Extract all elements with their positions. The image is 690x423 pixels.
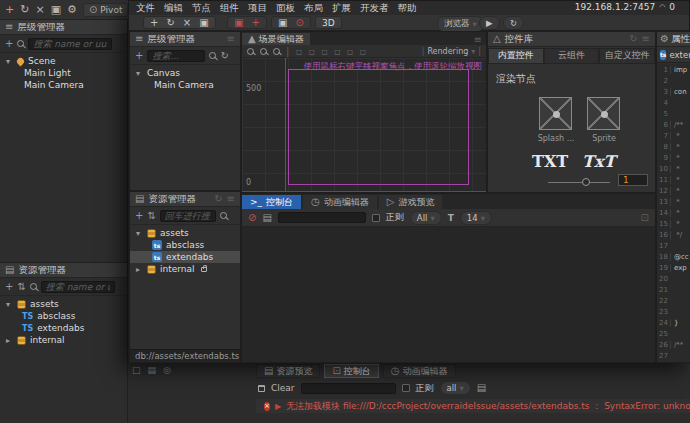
tree-row-main-light[interactable]: Main Light [0,67,127,79]
gizmo-settings-icon[interactable]: ⚙ [67,3,77,16]
scale-tool-icon[interactable]: × [183,17,191,28]
console-error-row[interactable]: × ▶ 无法加载模块 file:///D:/cccProject/overrai… [256,399,690,413]
menu-help[interactable]: 帮助 [398,2,417,15]
rect-tool-icon[interactable]: ▣ [51,3,61,16]
tree-row-main-camera[interactable]: Main Camera [130,79,240,91]
expand-arrow-icon[interactable]: ▾ [6,300,13,309]
sort-icon[interactable]: ⇅ [147,211,155,221]
tree-row-canvas[interactable]: ▾ Canvas [130,67,240,79]
menu-extension[interactable]: 扩展 [332,2,351,15]
bg-console-filter-input[interactable] [301,383,396,394]
label-widget-item[interactable]: TXT [532,152,568,171]
create-asset-icon[interactable]: + [5,282,13,292]
console-log-area[interactable] [242,227,655,363]
rotate-tool-icon[interactable]: ↻ [166,17,174,28]
sprite-widget-item[interactable] [587,97,620,130]
preview-target-dropdown[interactable]: 浏览器 ▾ [437,16,484,32]
create-node-icon[interactable]: + [5,39,13,49]
refresh-icon[interactable]: ↻ [220,51,228,61]
rect-tool-icon[interactable]: ▣ [199,17,208,28]
refresh-icon[interactable]: ↻ [629,34,637,44]
collapse-icon[interactable]: ⊡ [641,213,649,223]
rendering-dropdown[interactable]: | Rendering ▾ | [422,47,481,56]
tab-game-preview[interactable]: ▷ 游戏预览 [379,195,443,209]
zoom-out-icon[interactable] [260,48,267,55]
search-icon[interactable] [30,283,37,290]
clear-label[interactable]: Clear [271,383,295,393]
font-size-dropdown[interactable]: 14 ▾ [460,211,492,225]
panel-menu-icon[interactable]: ≡ [227,194,235,204]
assets-search-input[interactable] [160,210,216,222]
tree-row-extendabs-selected[interactable]: ts extendabs [130,251,240,263]
menu-developer[interactable]: 开发者 [360,2,389,15]
log-level-dropdown[interactable]: all ▾ [440,381,471,395]
log-level-dropdown[interactable]: All ▾ [410,211,442,225]
menu-edit[interactable]: 编辑 [164,2,183,15]
menu-layout[interactable]: 布局 [304,2,323,15]
menu-component[interactable]: 组件 [220,2,239,15]
align-bottom-icon[interactable]: ▫ [359,46,366,57]
tab-scene-editor[interactable]: ▲ 场景编辑器 [242,33,310,45]
tree-row-scene[interactable]: ▾ Scene [0,55,127,67]
hierarchy-search-input[interactable] [147,50,205,62]
sort-icon[interactable]: ⇅ [17,282,25,292]
panel-menu-icon[interactable]: ≡ [227,34,235,44]
export-log-icon[interactable]: ▤ [477,383,486,393]
align-right-icon[interactable]: ▫ [321,46,328,57]
menu-node[interactable]: 节点 [192,2,211,15]
zoom-slider-track[interactable] [548,182,610,183]
search-icon[interactable] [17,40,24,47]
anchor-icon[interactable]: + [251,17,259,28]
local-global-icon[interactable]: ▣ [278,17,287,28]
bg-assets-search-input[interactable] [41,281,115,293]
align-left-icon[interactable]: ▫ [295,46,302,57]
log-file-icon[interactable]: ▤ [262,213,271,223]
align-top-icon[interactable]: ▫ [334,46,341,57]
splash-widget-item[interactable] [539,97,572,130]
console-filter-input[interactable] [278,212,366,223]
create-asset-icon[interactable]: + [135,211,143,221]
collapsed-arrow-icon[interactable]: ▸ [6,336,13,345]
zoom-slider-handle[interactable] [582,178,590,186]
search-icon[interactable] [209,52,216,59]
tab-animation-editor[interactable]: ◷ 动画编辑器 [383,364,456,378]
menu-panel[interactable]: 面板 [276,2,295,15]
panel-menu-icon[interactable]: ≡ [474,35,482,45]
move-tool-icon[interactable]: + [150,17,158,28]
refresh-icon[interactable]: ↻ [214,194,222,204]
expand-arrow-icon[interactable]: ▾ [136,69,143,78]
menu-file[interactable]: 文件 [136,2,155,15]
rotate-tool-icon[interactable]: ↻ [20,3,29,16]
pivot-dropdown[interactable]: ⊙ Pivot [83,3,128,17]
menu-project[interactable]: 项目 [248,2,267,15]
regex-checkbox[interactable] [402,384,410,392]
richtext-widget-item[interactable]: TxT [582,152,615,171]
eye-icon[interactable]: ◎ [163,365,171,375]
tab-builtin-widgets[interactable]: 内置控件 [488,48,544,64]
align-middle-icon[interactable]: ▫ [347,46,354,57]
zoom-reset-icon[interactable] [273,48,280,55]
scale-tool-icon[interactable]: × [35,3,44,16]
create-node-icon[interactable]: + [135,51,143,61]
inspector-file-tab[interactable]: ts extendabs [657,47,690,63]
align-center-icon[interactable]: ▫ [308,46,315,57]
camera-icon[interactable]: □ [132,365,141,375]
tree-row-internal[interactable]: ▸ internal [0,334,127,346]
mode-3d-button[interactable]: 3D [315,16,342,29]
move-tool-icon[interactable]: + [5,3,14,16]
expand-arrow-icon[interactable]: ▾ [136,229,143,238]
bg-hierarchy-search-input[interactable] [28,38,112,50]
clear-icon[interactable] [258,385,265,392]
zoom-in-icon[interactable] [247,48,254,55]
tree-row-absclass[interactable]: ts absclass [130,239,240,251]
play-button[interactable]: ▶ [479,16,500,30]
tab-assets-preview[interactable]: ▤ 资源预览 [256,364,320,378]
tree-row-main-camera[interactable]: Main Camera [0,79,127,91]
search-icon[interactable] [220,212,227,219]
refresh-button[interactable]: ↻ [503,16,524,30]
clear-console-icon[interactable]: ⊘ [248,212,256,223]
collapsed-arrow-icon[interactable]: ▸ [136,265,143,274]
expand-arrow-icon[interactable]: ▾ [6,57,13,66]
code-editor[interactable]: 1imp23con456/**7 *8 *9 *10 *11 *12 *13 *… [657,64,690,362]
panel-menu-icon[interactable]: ≡ [642,34,650,44]
